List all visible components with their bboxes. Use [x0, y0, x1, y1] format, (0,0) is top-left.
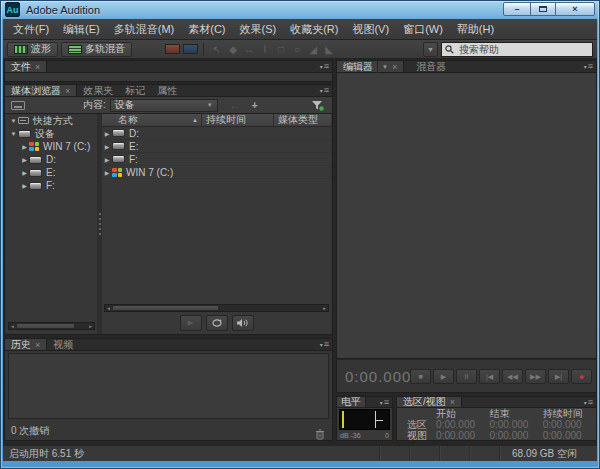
tree-item-drive-d[interactable]: ▶ D: [6, 153, 97, 166]
auto-play-button[interactable] [232, 315, 254, 331]
goto-start-button[interactable]: |◀ [479, 369, 500, 384]
media-row-win7-c[interactable]: ▶ WIN 7 (C:) [102, 166, 331, 179]
selection-end-value[interactable]: 0:00.000 [489, 419, 542, 430]
history-panel-menu-button[interactable]: ▾≡ [320, 339, 329, 350]
help-search-box[interactable] [441, 42, 593, 57]
tree-expanded-icon[interactable]: ▼ [9, 118, 18, 124]
clear-history-button[interactable] [315, 426, 325, 437]
view-end-value[interactable]: 0:00.000 [489, 430, 542, 441]
media-row-drive-f[interactable]: ▶ F: [102, 153, 331, 166]
tab-close-icon[interactable]: × [65, 85, 70, 97]
loop-playback-button[interactable] [206, 315, 228, 331]
tree-collapsed-icon[interactable]: ▶ [20, 169, 29, 176]
marquee-selection-tool-icon[interactable]: □ [273, 44, 289, 55]
tab-close-icon[interactable]: × [35, 339, 40, 351]
column-header-name[interactable]: 名称 ▲ [102, 113, 201, 127]
tab-markers[interactable]: 标记 [119, 85, 151, 96]
tree-collapsed-icon[interactable]: ▶ [102, 169, 112, 176]
tab-properties[interactable]: 属性 [151, 85, 183, 96]
spot-healing-tool-icon[interactable]: ◣ [321, 44, 337, 55]
levels-panel-menu-button[interactable]: ▾≡ [380, 397, 389, 407]
editor-panel-menu-button[interactable]: ▾≡ [584, 61, 593, 72]
scroll-left-icon[interactable]: ◂ [9, 323, 16, 329]
scroll-right-icon[interactable]: ▸ [87, 323, 94, 329]
content-dropdown[interactable]: 设备 ▼ [110, 99, 218, 112]
tree-horizontal-scrollbar[interactable]: ◂ ▸ [8, 322, 95, 330]
tree-item-devices[interactable]: ▼ 设备 [6, 127, 97, 140]
record-button[interactable]: ● [571, 369, 592, 384]
tab-video[interactable]: 视频 [47, 339, 79, 350]
files-panel-menu-button[interactable]: ▾≡ [320, 61, 329, 72]
slip-tool-icon[interactable]: ↔ [241, 44, 257, 55]
tree-item-drive-f[interactable]: ▶ F: [6, 179, 97, 192]
tree-collapsed-icon[interactable]: ▶ [102, 156, 112, 163]
media-row-drive-e[interactable]: ▶ E: [102, 140, 331, 153]
column-header-duration[interactable]: 持续时间 [201, 114, 273, 126]
multitrack-view-button[interactable]: 多轨混音 [61, 42, 132, 57]
menu-item-multitrack[interactable]: 多轨混音(M) [107, 19, 182, 39]
tree-expanded-icon[interactable]: ▼ [9, 131, 18, 137]
stop-button[interactable]: ■ [410, 369, 431, 384]
goto-end-button[interactable]: ▶| [548, 369, 569, 384]
media-view-icon[interactable] [11, 101, 25, 110]
maximize-button[interactable] [530, 2, 556, 16]
selection-panel-menu-button[interactable]: ▾≡ [584, 397, 593, 407]
pause-button[interactable]: II [456, 369, 477, 384]
column-header-media-type[interactable]: 媒体类型 [273, 114, 331, 126]
search-input[interactable] [457, 43, 589, 56]
selection-start-value[interactable]: 0:00.000 [436, 419, 489, 430]
tree-collapsed-icon[interactable]: ▶ [20, 143, 29, 150]
list-horizontal-scrollbar[interactable]: ◂ ▸ [104, 304, 329, 312]
tab-effects-rack[interactable]: 效果夹 [77, 85, 119, 96]
menu-item-effects[interactable]: 效果(S) [233, 19, 284, 39]
tab-media-browser[interactable]: 媒体浏览器 × [5, 85, 77, 96]
spectral-pitch-display-icon[interactable] [183, 44, 198, 54]
menu-item-help[interactable]: 帮助(H) [450, 19, 501, 39]
tree-collapsed-icon[interactable]: ▶ [102, 143, 112, 150]
view-duration-value[interactable]: 0:00.000 [543, 430, 596, 441]
back-button[interactable]: ← [230, 100, 240, 111]
move-tool-icon[interactable]: ↖ [209, 44, 225, 55]
media-browser-panel-menu-button[interactable]: ▾≡ [320, 85, 329, 96]
title-bar[interactable]: Au Adobe Audition – × [0, 0, 600, 19]
scrollbar-thumb[interactable] [17, 324, 74, 328]
tree-item-shortcuts[interactable]: ▼ 快捷方式 [6, 114, 97, 127]
levels-panel-body[interactable]: dB -36 0 [336, 408, 393, 441]
tree-item-drive-e[interactable]: ▶ E: [6, 166, 97, 179]
menu-item-clip[interactable]: 素材(C) [181, 19, 232, 39]
tree-item-win7-c[interactable]: ▶ WIN 7 (C:) [6, 140, 97, 153]
view-start-value[interactable]: 0:00.000 [436, 430, 489, 441]
time-selection-tool-icon[interactable]: I [257, 44, 273, 55]
play-button[interactable]: ▶ [433, 369, 454, 384]
selection-duration-value[interactable]: 0:00.000 [543, 419, 596, 430]
search-scope-dropdown[interactable]: ▼ [423, 42, 438, 57]
tab-files[interactable]: 文件 × [5, 61, 47, 72]
preview-play-button[interactable]: ▶ [180, 315, 202, 331]
spectral-frequency-display-icon[interactable] [165, 44, 180, 54]
menu-item-view[interactable]: 视图(V) [345, 19, 396, 39]
lasso-selection-tool-icon[interactable]: ○ [289, 44, 305, 55]
razor-tool-icon[interactable]: ◆ [225, 44, 241, 55]
tab-levels[interactable]: 电平 [337, 397, 366, 407]
scroll-left-icon[interactable]: ◂ [105, 305, 112, 311]
tab-close-icon[interactable]: × [35, 61, 40, 73]
tab-close-icon[interactable]: × [392, 61, 397, 73]
tree-collapsed-icon[interactable]: ▶ [20, 156, 29, 163]
chevron-down-icon[interactable]: ▼ [377, 61, 388, 73]
media-row-drive-d[interactable]: ▶ D: [102, 127, 331, 140]
tab-editor[interactable]: 编辑器 ▼ × [337, 61, 404, 72]
time-display[interactable]: 0:00.000 [345, 368, 411, 385]
tree-collapsed-icon[interactable]: ▶ [20, 182, 29, 189]
menu-item-window[interactable]: 窗口(W) [396, 19, 450, 39]
filter-button[interactable] [311, 100, 324, 111]
menu-item-favorites[interactable]: 收藏夹(R) [283, 19, 345, 39]
tab-history[interactable]: 历史 × [5, 339, 47, 350]
waveform-view-button[interactable]: 波形 [7, 42, 58, 57]
rewind-button[interactable]: ◀◀ [502, 369, 523, 384]
close-button[interactable]: × [555, 2, 595, 16]
brush-selection-tool-icon[interactable]: ◢ [305, 44, 321, 55]
tab-selection-view[interactable]: 选区/视图 × [397, 397, 462, 407]
scrollbar-thumb[interactable] [113, 306, 218, 310]
tree-collapsed-icon[interactable]: ▶ [102, 130, 112, 137]
menu-item-edit[interactable]: 编辑(E) [56, 19, 107, 39]
